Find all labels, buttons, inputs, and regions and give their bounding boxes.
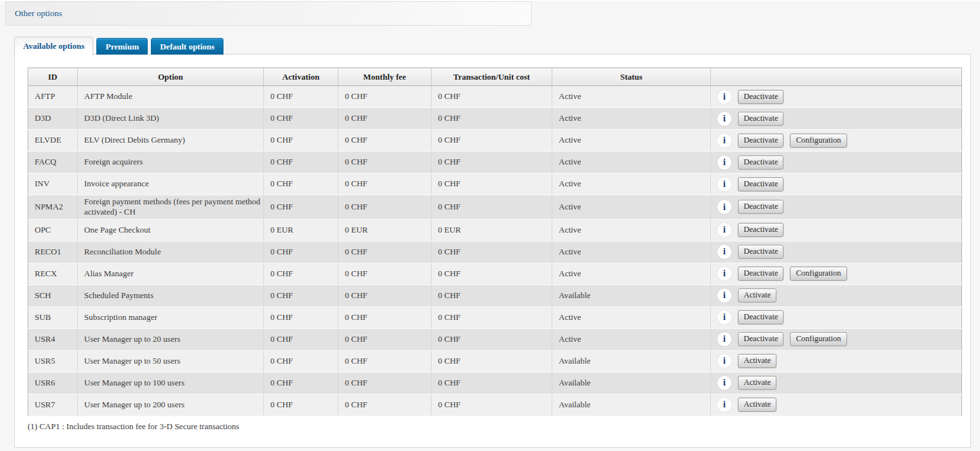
info-icon[interactable]: i: [717, 332, 731, 346]
tab-available-options[interactable]: Available options: [14, 37, 93, 55]
cell-actions: iDeactivateConfiguration: [711, 328, 962, 350]
actions-group: iDeactivateConfiguration: [717, 134, 959, 148]
cell-activation: 0 CHF: [264, 394, 338, 416]
info-icon[interactable]: i: [717, 376, 731, 390]
deactivate-button[interactable]: Deactivate: [738, 134, 783, 148]
deactivate-button[interactable]: Deactivate: [738, 112, 783, 126]
deactivate-button[interactable]: Deactivate: [738, 332, 783, 346]
configuration-button[interactable]: Configuration: [790, 267, 846, 281]
actions-group: iDeactivate: [717, 200, 959, 214]
table-row: SUBSubscription manager0 CHF0 CHF0 CHFAc…: [28, 306, 962, 328]
cell-status: Active: [552, 195, 711, 220]
actions-group: iDeactivateConfiguration: [717, 332, 959, 346]
info-icon[interactable]: i: [717, 288, 731, 303]
table-row: RECXAlias Manager0 CHF0 CHF0 CHFActiveiD…: [28, 263, 962, 285]
info-icon[interactable]: i: [717, 267, 731, 281]
column-header: ID: [28, 68, 78, 86]
options-table: IDOptionActivationMonthly feeTransaction…: [28, 67, 962, 416]
cell-monthly-fee: 0 CHF: [338, 350, 432, 372]
table-row: D3DD3D (Direct Link 3D)0 CHF0 CHF0 CHFAc…: [28, 108, 962, 130]
cell-actions: iDeactivate: [711, 86, 962, 108]
info-icon[interactable]: i: [717, 310, 731, 324]
cell-id: USR6: [28, 372, 78, 394]
actions-group: iActivate: [717, 398, 959, 412]
cell-option: Alias Manager: [78, 263, 264, 285]
cell-id: D3D: [28, 108, 78, 130]
table-row: ELVDEELV (Direct Debits Germany)0 CHF0 C…: [28, 130, 962, 152]
cell-status: Active: [552, 108, 711, 130]
cell-status: Active: [552, 328, 711, 350]
table-header-row: IDOptionActivationMonthly feeTransaction…: [28, 68, 962, 86]
deactivate-button[interactable]: Deactivate: [738, 267, 783, 281]
deactivate-button[interactable]: Deactivate: [738, 310, 783, 324]
info-icon[interactable]: i: [717, 223, 731, 237]
column-header: [711, 68, 962, 86]
cell-activation: 0 CHF: [264, 328, 338, 350]
cell-transaction-cost: 0 CHF: [432, 328, 552, 350]
table-row: FACQForeign acquirers0 CHF0 CHF0 CHFActi…: [28, 152, 962, 173]
configuration-button[interactable]: Configuration: [790, 134, 846, 148]
activate-button[interactable]: Activate: [738, 376, 776, 390]
cell-monthly-fee: 0 CHF: [338, 152, 432, 173]
info-icon[interactable]: i: [717, 398, 731, 412]
column-header: Status: [552, 68, 711, 86]
deactivate-button[interactable]: Deactivate: [738, 155, 783, 170]
table-row: AFTPAFTP Module0 CHF0 CHF0 CHFActiveiDea…: [28, 86, 962, 108]
table-row: NPMA2Foreign payment methods (fees per p…: [28, 195, 962, 220]
activate-button[interactable]: Activate: [738, 398, 776, 412]
cell-actions: iDeactivate: [711, 306, 962, 328]
info-icon[interactable]: i: [717, 112, 731, 126]
activate-button[interactable]: Activate: [738, 354, 776, 368]
cell-monthly-fee: 0 CHF: [338, 372, 432, 394]
tab-default-options[interactable]: Default options: [151, 38, 223, 55]
cell-option: User Manager up to 200 users: [78, 394, 264, 416]
info-icon[interactable]: i: [717, 354, 731, 368]
cell-option: Reconciliation Module: [78, 241, 264, 263]
cell-monthly-fee: 0 CHF: [338, 195, 432, 220]
cell-id: OPC: [28, 219, 78, 241]
info-icon[interactable]: i: [717, 177, 731, 191]
cell-status: Active: [552, 152, 711, 173]
cell-actions: iDeactivate: [711, 241, 962, 263]
cell-option: User Manager up to 50 users: [78, 350, 264, 372]
cell-monthly-fee: 0 CHF: [338, 328, 432, 350]
deactivate-button[interactable]: Deactivate: [738, 245, 783, 259]
cell-status: Active: [552, 173, 711, 195]
table-row: RECO1Reconciliation Module0 CHF0 CHF0 CH…: [28, 241, 962, 263]
cell-activation: 0 CHF: [264, 241, 338, 263]
info-icon[interactable]: i: [717, 245, 731, 259]
table-row: USR6User Manager up to 100 users0 CHF0 C…: [28, 372, 962, 394]
available-options-panel: IDOptionActivationMonthly feeTransaction…: [14, 54, 971, 448]
actions-group: iActivate: [717, 376, 959, 390]
info-icon[interactable]: i: [717, 90, 731, 104]
tab-bar: Available optionsPremiumDefault options: [14, 37, 223, 55]
cell-monthly-fee: 0 CHF: [338, 173, 432, 195]
cell-transaction-cost: 0 CHF: [432, 86, 552, 108]
cell-actions: iActivate: [711, 394, 962, 416]
cell-monthly-fee: 0 CHF: [338, 285, 432, 306]
cell-monthly-fee: 0 CHF: [338, 394, 432, 416]
cell-monthly-fee: 0 CHF: [338, 241, 432, 263]
info-icon[interactable]: i: [717, 134, 731, 148]
actions-group: iDeactivate: [717, 90, 959, 104]
info-icon[interactable]: i: [717, 200, 731, 214]
activate-button[interactable]: Activate: [738, 288, 776, 303]
cell-monthly-fee: 0 CHF: [338, 306, 432, 328]
page-title: Other options: [15, 8, 62, 19]
cell-activation: 0 CHF: [264, 195, 338, 220]
info-icon[interactable]: i: [717, 155, 731, 170]
cell-activation: 0 CHF: [264, 173, 338, 195]
deactivate-button[interactable]: Deactivate: [738, 90, 783, 104]
deactivate-button[interactable]: Deactivate: [738, 177, 783, 191]
tab-premium[interactable]: Premium: [96, 38, 148, 55]
deactivate-button[interactable]: Deactivate: [738, 200, 783, 214]
configuration-button[interactable]: Configuration: [790, 332, 846, 346]
deactivate-button[interactable]: Deactivate: [738, 223, 783, 237]
table-row: USR7User Manager up to 200 users0 CHF0 C…: [28, 394, 962, 416]
table-row: USR4User Manager up to 20 users0 CHF0 CH…: [28, 328, 962, 350]
cell-id: INV: [28, 173, 78, 195]
column-header: Activation: [264, 68, 338, 86]
cell-activation: 0 CHF: [264, 306, 338, 328]
cell-id: SUB: [28, 306, 78, 328]
cell-activation: 0 CHF: [264, 86, 338, 108]
